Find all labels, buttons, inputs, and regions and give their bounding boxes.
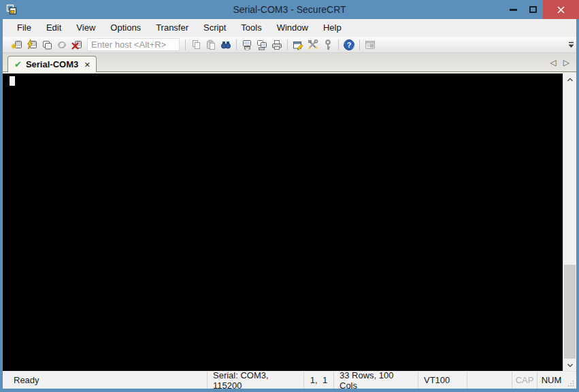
global-options-button[interactable]	[305, 38, 320, 52]
svg-text:?: ?	[347, 41, 352, 49]
print-screen-button[interactable]	[239, 38, 254, 52]
toolbar-separator	[338, 39, 339, 50]
vertical-scrollbar[interactable]	[563, 74, 576, 371]
toolbar-overflow-button[interactable]	[568, 39, 574, 51]
app-icon	[5, 3, 18, 16]
connect-icon	[11, 39, 23, 51]
toolbar-separator	[185, 39, 186, 50]
scroll-up-button[interactable]	[563, 74, 576, 85]
menu-item-file[interactable]: File	[10, 19, 39, 37]
menu-item-view[interactable]: View	[69, 19, 103, 37]
disconnect-icon	[71, 39, 83, 51]
session-window-button	[363, 38, 378, 52]
window-title: Serial-COM3 - SecureCRT	[0, 4, 579, 15]
disconnect-button[interactable]	[69, 38, 84, 52]
status-ready: Ready	[3, 372, 207, 389]
toolbar-overflow-icon	[568, 42, 574, 48]
status-serial: Serial: COM3, 115200	[207, 372, 303, 389]
print-button[interactable]	[269, 38, 284, 52]
tab-scroll-right-icon[interactable]: ▷	[563, 58, 569, 67]
copy-button	[188, 38, 203, 52]
minimize-button[interactable]	[503, 0, 523, 19]
minimize-icon	[510, 9, 517, 11]
scroll-down-button[interactable]	[563, 359, 576, 371]
connect-in-tab-button[interactable]	[39, 38, 54, 52]
tab-close-icon[interactable]: ×	[84, 60, 90, 69]
status-cursor-position: 1, 1	[303, 372, 333, 389]
menu-bar: File Edit View Options Transfer Script T…	[3, 19, 576, 37]
global-options-icon	[307, 39, 319, 51]
help-icon: ?	[343, 39, 355, 51]
toolbar-separator	[287, 39, 288, 50]
find-button[interactable]	[218, 38, 233, 52]
chevron-up-icon	[567, 78, 574, 82]
host-input[interactable]	[87, 38, 180, 51]
maximize-icon	[529, 6, 537, 13]
menu-item-options[interactable]: Options	[103, 19, 148, 37]
quick-connect-icon	[26, 39, 38, 51]
session-options-button[interactable]	[291, 38, 305, 52]
menu-item-help[interactable]: Help	[316, 19, 349, 37]
status-num-lock: NUM	[537, 372, 565, 389]
status-grid-size: 33 Rows, 100 Cols	[333, 372, 418, 389]
connect-in-tab-icon	[41, 39, 53, 51]
securecrt-window: Serial-COM3 - SecureCRT File Edit View O…	[0, 0, 579, 392]
help-button[interactable]: ?	[342, 38, 357, 52]
menu-item-edit[interactable]: Edit	[39, 19, 69, 37]
tab-serial-com3[interactable]: ✔ Serial-COM3 ×	[7, 56, 97, 72]
session-options-icon	[292, 39, 304, 51]
status-emulation: VT100	[418, 372, 467, 389]
print-icon	[271, 39, 283, 51]
connect-button[interactable]	[10, 38, 24, 52]
scrollbar-thumb[interactable]	[564, 265, 576, 359]
print-screen-icon	[241, 39, 253, 51]
copy-icon	[190, 39, 202, 51]
tab-scroll-left-icon[interactable]: ◁	[550, 58, 557, 67]
terminal-screen[interactable]	[3, 74, 563, 371]
resize-grip-icon	[567, 380, 574, 387]
status-caps-lock: CAP	[512, 372, 537, 389]
connected-check-icon: ✔	[14, 59, 22, 69]
print-selection-icon	[256, 39, 268, 51]
close-icon	[557, 6, 565, 14]
tab-label: Serial-COM3	[26, 59, 78, 69]
menu-item-transfer[interactable]: Transfer	[148, 19, 196, 37]
paste-button	[203, 38, 218, 52]
status-spare	[467, 372, 512, 389]
title-bar: Serial-COM3 - SecureCRT	[0, 0, 579, 19]
tab-scrollers: ◁ ▷	[550, 53, 569, 71]
toolbar: ?	[3, 37, 576, 53]
keymap-button[interactable]	[320, 38, 335, 52]
chevron-down-icon	[567, 363, 574, 368]
quick-connect-button[interactable]	[24, 38, 39, 52]
status-bar: Ready Serial: COM3, 115200 1, 1 33 Rows,…	[3, 371, 576, 389]
menu-item-tools[interactable]: Tools	[233, 19, 269, 37]
reconnect-button	[54, 38, 69, 52]
terminal-area	[3, 72, 576, 371]
toolbar-separator	[359, 39, 360, 50]
paste-icon	[205, 39, 217, 51]
menu-item-script[interactable]: Script	[196, 19, 233, 37]
keymap-icon	[322, 39, 334, 51]
maximize-button[interactable]	[523, 0, 543, 19]
resize-grip[interactable]	[565, 372, 576, 389]
print-selection-button[interactable]	[254, 38, 269, 52]
reconnect-icon	[56, 39, 68, 51]
terminal-cursor	[10, 76, 15, 86]
toolbar-separator	[236, 39, 237, 50]
tab-bar: ✔ Serial-COM3 × ◁ ▷	[3, 53, 576, 72]
menu-item-window[interactable]: Window	[269, 19, 316, 37]
close-button[interactable]	[543, 0, 579, 19]
find-icon	[220, 39, 232, 51]
session-window-icon	[364, 39, 376, 51]
